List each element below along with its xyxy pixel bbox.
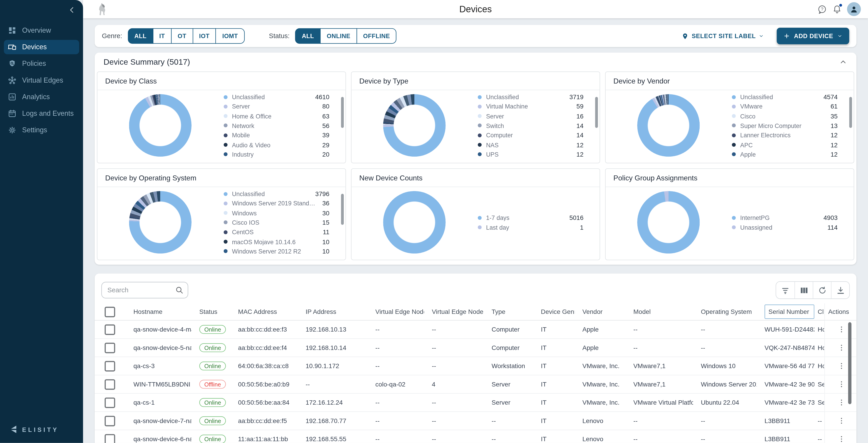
legend-item[interactable]: Unclassified3796 <box>224 189 330 198</box>
legend-item[interactable]: Server16 <box>478 111 583 121</box>
card-scrollbar[interactable] <box>341 194 344 225</box>
columns-button[interactable] <box>795 282 813 298</box>
row-checkbox[interactable] <box>104 434 115 443</box>
column-header-venid[interactable]: Virtual Edge Node ID <box>424 304 484 320</box>
column-header-type[interactable]: Type <box>484 304 533 320</box>
legend-item[interactable]: APC12 <box>732 140 838 150</box>
column-header-vendor[interactable]: Vendor <box>575 304 625 320</box>
genre-option-iomt[interactable]: IOMT <box>216 28 245 43</box>
legend-item[interactable]: CentOS11 <box>224 227 330 237</box>
legend-item[interactable]: 1-7 days5016 <box>478 213 583 223</box>
legend-item[interactable]: Cisco35 <box>732 111 838 121</box>
refresh-button[interactable] <box>813 282 831 298</box>
status-option-online[interactable]: ONLINE <box>320 28 357 43</box>
legend-item[interactable]: Audio & Video29 <box>224 140 330 150</box>
row-checkbox[interactable] <box>104 379 115 389</box>
filter-button[interactable] <box>776 282 795 298</box>
legend-item[interactable]: Mobile39 <box>224 130 330 140</box>
table-vertical-scrollbar[interactable] <box>848 322 851 404</box>
legend-item[interactable]: Industry20 <box>224 150 330 159</box>
legend-item[interactable]: Unassigned114 <box>732 223 838 232</box>
legend-item[interactable]: UPS12 <box>478 150 583 159</box>
table-row[interactable]: qa-snow-device-4-macOnlineaa:bb:cc:dd:ee… <box>95 321 857 339</box>
row-actions-menu-icon[interactable] <box>836 415 847 426</box>
select-all-checkbox[interactable] <box>104 306 115 317</box>
genre-option-all[interactable]: ALL <box>128 28 153 43</box>
card-scrollbar[interactable] <box>849 97 852 128</box>
legend-item[interactable]: NAS12 <box>478 140 583 150</box>
legend-item[interactable]: VMware61 <box>732 102 838 111</box>
row-actions-menu-icon[interactable] <box>836 434 847 443</box>
sidebar-item-overview[interactable]: Overview <box>4 23 79 37</box>
legend-item[interactable]: macOS Mojave 10.14.610 <box>224 237 330 247</box>
download-button[interactable] <box>831 282 849 298</box>
legend-item[interactable]: Last day1 <box>478 223 583 232</box>
row-checkbox[interactable] <box>104 397 115 408</box>
genre-option-ot[interactable]: OT <box>171 28 193 43</box>
sidebar-item-devices[interactable]: Devices <box>4 40 79 54</box>
legend-item[interactable]: Cisco IOS15 <box>224 218 330 227</box>
sorted-column-box[interactable]: Serial Number <box>765 305 814 319</box>
row-actions-menu-icon[interactable] <box>836 397 847 408</box>
legend-item[interactable]: Network56 <box>224 121 330 130</box>
row-checkbox[interactable] <box>104 343 115 353</box>
card-scrollbar[interactable] <box>341 97 344 128</box>
legend-item[interactable]: InternetPG4903 <box>732 213 838 223</box>
row-actions-menu-icon[interactable] <box>836 324 847 335</box>
column-header-genre[interactable]: Device Genre <box>533 304 575 320</box>
column-header-ven[interactable]: Virtual Edge Node <box>368 304 424 320</box>
legend-item[interactable]: Unclassified3719 <box>478 92 583 102</box>
status-option-all[interactable]: ALL <box>295 28 321 43</box>
sidebar-item-virtual-edges[interactable]: Virtual Edges <box>4 73 79 87</box>
select-site-label-button[interactable]: SELECT SITE LABEL <box>679 32 768 40</box>
status-option-offline[interactable]: OFFLINE <box>356 28 397 43</box>
table-row[interactable]: WIN-TTM65LB9DNIOffline00:50:56:be:a0:b9-… <box>95 375 857 394</box>
table-row[interactable]: qa-cs-1Online00:50:56:be:aa:84172.16.12.… <box>95 394 857 412</box>
sidebar-item-policies[interactable]: Policies <box>4 57 79 71</box>
legend-item[interactable]: Computer14 <box>478 130 583 140</box>
sidebar-item-logs-and-events[interactable]: Logs and Events <box>4 106 79 121</box>
add-device-button[interactable]: ADD DEVICE <box>777 28 849 44</box>
legend-item[interactable]: Unclassified4574 <box>732 92 838 102</box>
legend-item[interactable]: Server80 <box>224 102 330 111</box>
table-row[interactable]: qa-snow-device-6-na-...Online11:aa:11:aa… <box>95 430 857 443</box>
legend-item[interactable]: Lanner Electronics12 <box>732 130 838 140</box>
genre-option-iot[interactable]: IOT <box>192 28 216 43</box>
legend-item[interactable]: Unclassified4610 <box>224 92 330 102</box>
sidebar-item-settings[interactable]: Settings <box>4 123 79 137</box>
column-header-serial[interactable]: Serial Number <box>757 304 814 320</box>
legend-item[interactable]: Apple12 <box>732 150 838 159</box>
legend-item[interactable]: Windows30 <box>224 208 330 218</box>
table-row[interactable]: qa-snow-device-7-na-ipOnlineaa:bb:cc:dd:… <box>95 412 857 430</box>
column-header-os[interactable]: Operating System <box>693 304 757 320</box>
column-header-cl[interactable]: Cl <box>814 304 825 320</box>
column-header-actions[interactable]: Actions <box>825 304 857 320</box>
legend-item[interactable]: Super Micro Computer13 <box>732 121 838 130</box>
row-checkbox[interactable] <box>104 415 115 426</box>
legend-item[interactable]: Switch14 <box>478 121 583 130</box>
legend-item[interactable]: Virtual Machine59 <box>478 102 583 111</box>
legend-item[interactable]: Windows Server 2012 R210 <box>224 247 330 256</box>
column-header-hostname[interactable]: Hostname <box>125 304 191 320</box>
column-header-status[interactable]: Status <box>191 304 230 320</box>
row-checkbox[interactable] <box>104 360 115 371</box>
column-header-model[interactable]: Model <box>626 304 693 320</box>
collapse-summary-icon[interactable] <box>839 58 847 66</box>
legend-item[interactable]: Home & Office63 <box>224 111 330 121</box>
help-icon[interactable]: ? <box>817 4 827 14</box>
table-row[interactable]: qa-snow-device-5-nameOnlineaa:bb:cc:dd:e… <box>95 339 857 357</box>
genre-option-it[interactable]: IT <box>153 28 172 43</box>
sidebar-collapse-icon[interactable] <box>68 5 78 15</box>
notifications-bell-icon[interactable] <box>832 4 842 14</box>
table-row[interactable]: qa-cs-3Online64:00:6a:38:ca:c810.90.1.17… <box>95 357 857 376</box>
card-scrollbar[interactable] <box>595 97 598 128</box>
legend-item[interactable]: Windows Server 2019 Standard36 <box>224 198 330 208</box>
row-actions-menu-icon[interactable] <box>836 379 847 390</box>
user-avatar[interactable] <box>847 2 861 16</box>
row-actions-menu-icon[interactable] <box>836 342 847 353</box>
sidebar-item-analytics[interactable]: Analytics <box>4 90 79 104</box>
column-header-ip[interactable]: IP Address <box>298 304 368 320</box>
column-header-mac[interactable]: MAC Address <box>230 304 298 320</box>
row-actions-menu-icon[interactable] <box>836 360 847 372</box>
row-checkbox[interactable] <box>104 324 115 335</box>
